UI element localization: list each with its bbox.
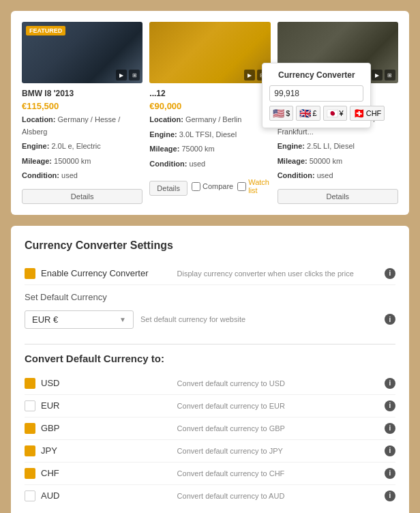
usd-desc: Convert default currency to USD: [177, 379, 379, 387]
gbp-info-icon[interactable]: i: [385, 423, 395, 434]
jpy-info-icon[interactable]: i: [385, 445, 395, 456]
car-image-audi: ▶ ⊞: [149, 22, 270, 83]
car-condition-bmw: Condition: used: [22, 170, 142, 182]
details-button-audi[interactable]: Details: [149, 181, 188, 196]
default-currency-label: Set Default Currency: [25, 292, 395, 302]
watchlist-checkbox[interactable]: [237, 182, 246, 191]
car-location-audi: Location: Germany / Berlin: [149, 114, 270, 126]
enable-toggle[interactable]: [25, 268, 35, 279]
currency-dropdown[interactable]: EUR € ▼: [25, 310, 134, 329]
photo-icon-ford[interactable]: ⊞: [385, 70, 395, 80]
main-container: FEATURED ▶ ⊞ BMW I8 '2013 €115,500 Locat…: [0, 0, 420, 513]
aud-toggle[interactable]: [25, 490, 35, 501]
currency-row-aud: AUD Convert default currency to AUD i: [25, 485, 395, 507]
car-mileage-bmw: Mileage: 150000 km: [22, 156, 142, 168]
car-image-bmw: FEATURED ▶ ⊞: [22, 22, 142, 83]
jpy-desc: Convert default currency to JPY: [177, 447, 379, 455]
video-icon-audi[interactable]: ▶: [244, 70, 255, 80]
eur-right: Convert default currency to EUR i: [170, 400, 395, 411]
featured-badge: FEATURED: [26, 26, 65, 35]
compare-label: Compare: [192, 182, 233, 191]
car-condition-audi: Condition: used: [149, 158, 270, 171]
aud-desc: Convert default currency to AUD: [177, 492, 379, 500]
gbp-toggle[interactable]: [25, 423, 35, 434]
eur-left: EUR: [25, 400, 170, 411]
set-default-row: EUR € ▼ Set default currency for website…: [25, 308, 395, 337]
car-title-bmw: BMW I8 '2013: [22, 89, 142, 98]
currency-row-eur: EUR Convert default currency to EUR i: [25, 395, 395, 417]
eur-toggle[interactable]: [25, 400, 35, 411]
popup-title: Currency Converter: [269, 70, 363, 80]
currency-row-usd: USD Convert default currency to USD i: [25, 372, 395, 395]
currency-input[interactable]: [269, 85, 363, 102]
chf-desc: Convert default currency to CHF: [177, 469, 379, 478]
currency-row-gbp: GBP Convert default currency to GBP i: [25, 417, 395, 440]
car-condition-ford: Condition: used: [278, 170, 398, 182]
car-location-bmw: Location: Germany / Hesse / Alsberg: [22, 114, 142, 138]
eur-desc: Convert default currency to EUR: [177, 402, 379, 410]
aud-info-icon[interactable]: i: [385, 490, 395, 501]
flag-chf[interactable]: 🇨🇭CHF: [350, 106, 385, 121]
usd-toggle[interactable]: [25, 378, 35, 389]
aud-right: Convert default currency to AUD i: [170, 490, 395, 501]
default-currency-section: Set Default Currency EUR € ▼ Set default…: [25, 292, 395, 337]
gbp-label: GBP: [41, 423, 59, 433]
jpy-toggle[interactable]: [25, 445, 35, 456]
aud-label: AUD: [41, 490, 59, 501]
settings-title: Currency Converter Settings: [25, 239, 395, 252]
enable-info-icon[interactable]: i: [385, 268, 395, 279]
settings-card: Currency Converter Settings Enable Curre…: [11, 226, 409, 513]
video-icon-ford[interactable]: ▶: [372, 70, 382, 80]
jpy-label: JPY: [41, 445, 57, 456]
flag-usd[interactable]: 🇺🇸$: [269, 106, 293, 121]
usd-right: Convert default currency to USD i: [170, 378, 395, 389]
chf-toggle[interactable]: [25, 468, 35, 479]
car-item-audi: ▶ ⊞ ...12 €90,000 Location: Germany / Be…: [149, 22, 270, 204]
gbp-desc: Convert default currency to GBP: [177, 424, 379, 433]
usd-left: USD: [25, 378, 170, 389]
enable-desc: Display currency converter when user cli…: [177, 269, 379, 278]
currency-flags: 🇺🇸$ 🇬🇧£ 🇯🇵¥ 🇨🇭CHF: [269, 106, 363, 121]
enable-setting-right: Display currency converter when user cli…: [170, 268, 395, 279]
usd-label: USD: [41, 378, 59, 388]
chf-info-icon[interactable]: i: [385, 468, 395, 479]
car-engine-ford: Engine: 2.5L LI, Diesel: [278, 141, 398, 153]
car-title-audi: ...12: [149, 89, 270, 98]
default-currency-right: Set default currency for website i: [134, 314, 395, 325]
watchlist-label: Watch list: [237, 178, 270, 194]
chf-label: CHF: [41, 468, 59, 478]
car-item-bmw: FEATURED ▶ ⊞ BMW I8 '2013 €115,500 Locat…: [22, 22, 142, 204]
flag-jpy[interactable]: 🇯🇵¥: [323, 106, 347, 121]
enable-setting-left: Enable Currency Converter: [25, 268, 170, 279]
video-icon[interactable]: ▶: [116, 70, 127, 80]
selected-currency: EUR €: [32, 314, 58, 325]
chf-right: Convert default currency to CHF i: [170, 468, 395, 479]
photo-icon[interactable]: ⊞: [129, 70, 140, 80]
usd-info-icon[interactable]: i: [385, 378, 395, 389]
dropdown-arrow-icon: ▼: [119, 316, 126, 323]
currency-row-chf: CHF Convert default currency to CHF i: [25, 463, 395, 485]
car-grid: FEATURED ▶ ⊞ BMW I8 '2013 €115,500 Locat…: [22, 22, 398, 204]
enable-label: Enable Currency Converter: [41, 268, 149, 278]
currency-row-jpy: JPY Convert default currency to JPY i: [25, 440, 395, 463]
car-mileage-audi: Mileage: 75000 km: [149, 143, 270, 156]
eur-label: EUR: [41, 400, 59, 411]
jpy-left: JPY: [25, 445, 170, 456]
car-engine-audi: Engine: 3.0L TFSI, Diesel: [149, 129, 270, 141]
car-price-bmw: €115,500: [22, 101, 142, 111]
convert-section-title: Convert Default Currency to:: [25, 353, 395, 364]
car-mileage-ford: Mileage: 50000 km: [278, 156, 398, 168]
compare-checkbox[interactable]: [192, 182, 200, 191]
car-icons-ford: ▶ ⊞: [372, 70, 395, 80]
default-currency-info-icon[interactable]: i: [385, 314, 395, 325]
details-button-ford[interactable]: Details: [278, 189, 398, 204]
aud-left: AUD: [25, 490, 170, 501]
details-button-bmw[interactable]: Details: [22, 189, 142, 204]
car-engine-bmw: Engine: 2.0L e, Electric: [22, 141, 142, 153]
car-price-audi: €90,000: [149, 101, 270, 111]
flag-gbp[interactable]: 🇬🇧£: [296, 106, 320, 121]
section-divider: [25, 344, 395, 345]
jpy-right: Convert default currency to JPY i: [170, 445, 395, 456]
car-icons-bmw: ▶ ⊞: [116, 70, 140, 80]
eur-info-icon[interactable]: i: [385, 400, 395, 411]
